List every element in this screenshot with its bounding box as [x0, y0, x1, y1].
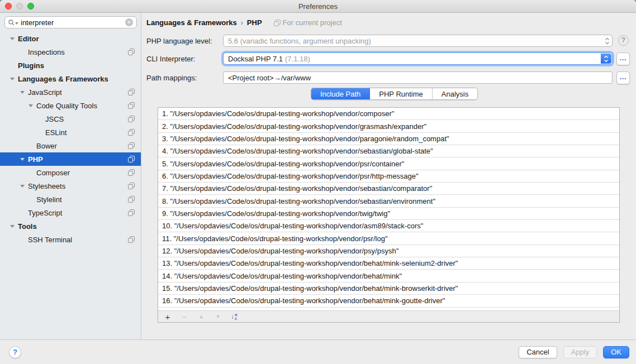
- sidebar-item-label: JavaScript: [28, 88, 62, 97]
- cli-interpreter-row: CLI Interpreter: Docksal PHP 7.1 (7.1.18…: [141, 52, 636, 65]
- include-path-row[interactable]: 8. "/Users/opdavies/Code/os/drupal-testi…: [158, 195, 619, 207]
- sidebar-item-languages-frameworks[interactable]: Languages & Frameworks: [0, 72, 141, 85]
- breadcrumb-separator: ›: [241, 19, 243, 27]
- move-up-button: ▲: [197, 314, 205, 319]
- list-toolbar: + − ▲ ▼ ↓ a z: [158, 310, 619, 322]
- sidebar-item-plugins[interactable]: Plugins: [0, 59, 141, 72]
- include-path-row[interactable]: 10. "/Users/opdavies/Code/os/drupal-test…: [158, 220, 619, 232]
- current-project-scope-icon: [128, 236, 135, 243]
- close-window-button[interactable]: [5, 3, 12, 9]
- sidebar-item-typescript[interactable]: TypeScript: [0, 206, 141, 219]
- settings-sidebar: interpreter ✕ EditorInspectionsPluginsLa…: [0, 13, 141, 339]
- tab-include-path[interactable]: Include Path: [311, 88, 370, 99]
- cli-interpreter-value: Docksal PHP 7.1: [228, 55, 283, 63]
- include-path-row[interactable]: 5. "/Users/opdavies/Code/os/drupal-testi…: [158, 157, 619, 170]
- path-mappings-value: <Project root>→/var/www: [228, 74, 311, 82]
- sidebar-item-code-quality-tools[interactable]: Code Quality Tools: [0, 99, 141, 112]
- include-path-row[interactable]: 13. "/Users/opdavies/Code/os/drupal-test…: [158, 257, 619, 270]
- add-path-button[interactable]: +: [164, 313, 172, 321]
- include-path-row[interactable]: 9. "/Users/opdavies/Code/os/drupal-testi…: [158, 208, 619, 220]
- php-language-level-row: PHP language level: 5.6 (variadic functi…: [141, 34, 636, 47]
- for-current-project-label: For current project: [283, 18, 342, 27]
- cli-interpreter-stepper-icon[interactable]: [601, 54, 611, 64]
- current-project-scope-icon: [128, 169, 135, 176]
- sidebar-item-stylesheets[interactable]: Stylesheets: [0, 179, 141, 193]
- include-path-list: 1. "/Users/opdavies/Code/os/drupal-testi…: [158, 108, 619, 310]
- breadcrumb-current: PHP: [247, 18, 262, 27]
- path-mappings-browse-button[interactable]: …: [616, 71, 630, 84]
- settings-search-field[interactable]: interpreter ✕: [4, 16, 137, 28]
- expand-arrow-icon[interactable]: [10, 78, 18, 80]
- project-scope-icon: [274, 20, 281, 26]
- sort-az-icon: a z: [235, 313, 237, 320]
- minimize-window-button: [16, 3, 23, 9]
- expand-arrow-icon[interactable]: [20, 185, 28, 188]
- tab-php-runtime[interactable]: PHP Runtime: [370, 88, 433, 99]
- include-path-row[interactable]: 6. "/Users/opdavies/Code/os/drupal-testi…: [158, 170, 619, 183]
- cancel-button[interactable]: Cancel: [519, 346, 557, 358]
- help-icon[interactable]: ?: [618, 35, 629, 46]
- breadcrumb-parent[interactable]: Languages & Frameworks: [146, 18, 237, 27]
- help-button[interactable]: ?: [9, 346, 21, 358]
- current-project-scope-icon: [128, 102, 135, 109]
- breadcrumb: Languages & Frameworks › PHP For current…: [146, 18, 342, 27]
- include-path-row[interactable]: 7. "/Users/opdavies/Code/os/drupal-testi…: [158, 183, 619, 195]
- include-path-row[interactable]: 15. "/Users/opdavies/Code/os/drupal-test…: [158, 282, 619, 295]
- include-path-row[interactable]: 14. "/Users/opdavies/Code/os/drupal-test…: [158, 270, 619, 282]
- expand-arrow-icon[interactable]: [29, 104, 36, 107]
- php-language-level-stepper-icon: [602, 35, 612, 46]
- current-project-scope-icon: [128, 209, 135, 216]
- for-current-project-note: For current project: [274, 18, 342, 27]
- clear-search-icon[interactable]: ✕: [125, 18, 133, 26]
- search-icon: [8, 20, 15, 26]
- sidebar-item-eslint[interactable]: ESLint: [0, 126, 141, 139]
- cli-interpreter-label: CLI Interpreter:: [146, 55, 195, 63]
- expand-arrow-icon[interactable]: [20, 91, 28, 94]
- include-path-row[interactable]: 2. "/Users/opdavies/Code/os/drupal-testi…: [158, 120, 619, 132]
- include-path-row[interactable]: 11. "/Users/opdavies/Code/os/drupal-test…: [158, 232, 619, 245]
- expand-arrow-icon[interactable]: [10, 37, 18, 40]
- dialog-footer: ? Cancel Apply OK: [0, 339, 636, 364]
- sidebar-item-inspections[interactable]: Inspections: [0, 45, 141, 59]
- path-mappings-input[interactable]: <Project root>→/var/www: [223, 71, 613, 84]
- search-options-caret-icon[interactable]: [15, 22, 18, 25]
- sidebar-item-label: ESLint: [45, 128, 67, 137]
- cli-interpreter-select[interactable]: Docksal PHP 7.1 (7.1.18): [223, 52, 613, 65]
- sidebar-item-stylelint[interactable]: Stylelint: [0, 193, 141, 206]
- sort-alphabetically-button[interactable]: ↓ a z: [231, 313, 237, 320]
- sidebar-item-jscs[interactable]: JSCS: [0, 112, 141, 126]
- php-language-level-value: 5.6 (variadic functions, argument unpack…: [228, 37, 371, 45]
- include-path-row[interactable]: 3. "/Users/opdavies/Code/os/drupal-testi…: [158, 133, 619, 145]
- search-input[interactable]: interpreter: [21, 18, 125, 27]
- include-path-row[interactable]: 12. "/Users/opdavies/Code/os/drupal-test…: [158, 245, 619, 257]
- tab-analysis[interactable]: Analysis: [433, 88, 477, 99]
- apply-button: Apply: [563, 346, 597, 358]
- sidebar-item-tools[interactable]: Tools: [0, 219, 141, 233]
- sidebar-item-bower[interactable]: Bower: [0, 139, 141, 152]
- window-title: Preferences: [0, 2, 636, 11]
- include-path-row[interactable]: 16. "/Users/opdavies/Code/os/drupal-test…: [158, 295, 619, 307]
- include-path-panel: 1. "/Users/opdavies/Code/os/drupal-testi…: [158, 107, 620, 323]
- sidebar-item-ssh-terminal[interactable]: SSH Terminal: [0, 233, 141, 246]
- sidebar-item-label: Composer: [36, 169, 70, 177]
- php-settings-panel: Languages & Frameworks › PHP For current…: [141, 13, 636, 339]
- expand-arrow-icon[interactable]: [10, 225, 18, 228]
- include-path-row[interactable]: 4. "/Users/opdavies/Code/os/drupal-testi…: [158, 145, 619, 157]
- sidebar-item-php[interactable]: PHP: [0, 152, 141, 166]
- sidebar-item-javascript[interactable]: JavaScript: [0, 85, 141, 99]
- sidebar-item-label: Stylelint: [36, 195, 62, 204]
- expand-arrow-icon[interactable]: [20, 158, 28, 161]
- include-path-row[interactable]: 1. "/Users/opdavies/Code/os/drupal-testi…: [158, 108, 619, 120]
- sidebar-item-composer[interactable]: Composer: [0, 166, 141, 179]
- settings-tree: EditorInspectionsPluginsLanguages & Fram…: [0, 32, 141, 246]
- sidebar-item-label: Plugins: [18, 61, 44, 70]
- current-project-scope-icon: [128, 183, 135, 189]
- sidebar-item-label: Stylesheets: [28, 182, 65, 190]
- ok-button[interactable]: OK: [603, 346, 629, 358]
- sidebar-item-editor[interactable]: Editor: [0, 32, 141, 45]
- sidebar-item-label: Editor: [18, 35, 39, 43]
- zoom-window-button[interactable]: [27, 3, 34, 9]
- cli-interpreter-browse-button[interactable]: …: [616, 52, 630, 65]
- current-project-scope-icon: [128, 49, 135, 55]
- current-project-scope-icon: [128, 89, 135, 95]
